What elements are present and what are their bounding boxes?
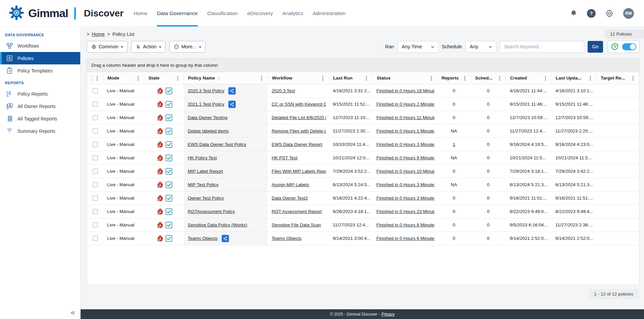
column-menu-icon[interactable]: ⋮	[363, 75, 370, 81]
column-header-mode[interactable]: Mode⋮	[103, 72, 144, 84]
row-checkbox[interactable]	[93, 222, 98, 227]
column-menu-icon[interactable]: ⋮	[428, 75, 434, 81]
policy-name-link[interactable]: EWS Data Owner Test Policy	[188, 142, 246, 147]
row-checkbox[interactable]	[93, 88, 98, 93]
status-link[interactable]: Finished in 0 Hours 19 Minutes	[376, 88, 434, 93]
sidebar-item-policy-reports[interactable]: Policy Reports	[0, 88, 80, 100]
column-header-policy-name[interactable]: Policy Name↑⋮	[184, 72, 268, 84]
workflow-link[interactable]: Files With MIP Labels Repo	[272, 169, 326, 174]
policy-name-link[interactable]: Owner Test Policy	[188, 196, 224, 201]
status-link[interactable]: Finished in 0 Hours 10 Minutes	[376, 169, 434, 174]
policy-name-link[interactable]: MIP Test Policy	[188, 182, 219, 187]
policy-name-link[interactable]: ROTAssessment Policy	[188, 209, 235, 214]
bell-icon[interactable]	[570, 9, 578, 17]
status-link[interactable]: Finished in 0 Hours 6 Minutes 3	[376, 236, 434, 241]
status-link[interactable]: Finished in 0 Hours 1 Minute 57	[376, 128, 434, 134]
row-checkbox[interactable]	[93, 169, 98, 174]
column-header-created[interactable]: Created⋮	[506, 72, 551, 84]
column-header-last-run[interactable]: Last Run⋮	[329, 72, 372, 84]
nav-item-analytics[interactable]: Analytics	[282, 0, 303, 26]
column-menu-icon[interactable]: ⋮	[259, 75, 265, 81]
sidebar-collapse-icon[interactable]: «	[71, 308, 75, 317]
row-checkbox[interactable]	[93, 182, 98, 187]
row-checkbox[interactable]	[93, 102, 98, 107]
column-menu-icon[interactable]: ⋮	[630, 75, 636, 81]
avatar[interactable]: RW	[623, 8, 634, 19]
status-link[interactable]: Finished in 0 Hours 9 Minutes 1	[376, 155, 434, 160]
status-link[interactable]: Finished in 0 Hours 3 Minutes 5	[376, 182, 434, 187]
status-link[interactable]: Finished in 0 Hours 23 Minutes	[376, 209, 434, 214]
status-link[interactable]: Finished in 0 Hours 2 Minutes 5	[376, 102, 434, 107]
toolbar-button-more[interactable]: More...▾	[169, 41, 205, 53]
workflow-link[interactable]: Data Owner Test2	[272, 196, 308, 201]
policy-name-link[interactable]: 2021.1 Test Policy	[188, 102, 224, 107]
row-checkbox[interactable]	[93, 128, 98, 134]
workflow-link[interactable]: EWS Data Owner Report	[272, 142, 322, 147]
column-header-status[interactable]: Status⋮	[372, 72, 437, 84]
policy-name-link[interactable]: Data Owner Testing	[188, 115, 227, 120]
nav-item-classification[interactable]: Classification	[207, 0, 238, 26]
column-menu-icon[interactable]: ⋮	[542, 75, 549, 81]
policy-name-link[interactable]: 2020.3 Test Policy	[188, 88, 224, 93]
sidebar-item-workflows[interactable]: Workflows	[0, 40, 80, 52]
workflow-link[interactable]: Assign MIP Labels	[272, 182, 309, 187]
column-header-sched[interactable]: Sched...⋮	[471, 72, 506, 84]
reports-value[interactable]: 1	[453, 142, 455, 147]
nav-item-administration[interactable]: Administration	[313, 0, 346, 26]
share-icon[interactable]	[228, 87, 236, 95]
workflow-link[interactable]: HK PST Test	[272, 155, 297, 160]
sidebar-item-all-tagged-reports[interactable]: All Tagged Reports	[0, 112, 80, 125]
gear-icon[interactable]	[605, 9, 614, 18]
row-checkbox[interactable]	[93, 142, 98, 147]
column-menu-icon[interactable]: ⋮	[94, 75, 100, 81]
help-icon[interactable]: ?	[587, 9, 596, 18]
nav-item-home[interactable]: Home	[134, 0, 147, 26]
select-all-checkbox[interactable]	[91, 75, 94, 81]
column-menu-icon[interactable]: ⋮	[462, 75, 468, 81]
workflow-link[interactable]: ROT Assessment Report	[272, 209, 322, 214]
go-button[interactable]: Go	[588, 41, 603, 53]
search-input[interactable]	[500, 41, 584, 53]
workflow-link[interactable]: Sensitive File Data Scan	[272, 222, 321, 227]
privacy-link[interactable]: Privacy	[381, 312, 395, 317]
row-checkbox[interactable]	[93, 236, 98, 241]
group-by-bar[interactable]: Drag a column header and drop it here to…	[87, 59, 639, 72]
schedule-select[interactable]: Any	[465, 41, 496, 53]
sidebar-item-policies[interactable]: Policies	[0, 52, 80, 64]
row-checkbox[interactable]	[93, 196, 98, 201]
policy-name-link[interactable]: Sensitive Data Policy (Works)	[188, 222, 247, 227]
column-menu-icon[interactable]: ⋮	[175, 75, 181, 81]
row-checkbox[interactable]	[93, 209, 98, 214]
nav-item-data-governance[interactable]: Data Governance	[157, 0, 198, 26]
workflow-link[interactable]: 2020.3 Test	[272, 88, 295, 93]
policy-name-link[interactable]: Delete labeled items	[188, 128, 229, 134]
toolbar-button-action[interactable]: Action▾	[131, 41, 166, 53]
share-icon[interactable]	[222, 235, 229, 242]
sidebar-item-summary-reports[interactable]: Summary Reports	[0, 125, 80, 137]
workflow-link[interactable]: Teams Objects	[272, 236, 302, 241]
refresh-history-icon[interactable]	[611, 43, 619, 51]
status-link[interactable]: Finished in 0 Hours 11 Minutes	[376, 115, 434, 120]
ran-select[interactable]: Any Time	[398, 41, 439, 53]
column-header-target-re[interactable]: Target Re...⋮	[596, 72, 639, 84]
workflow-link[interactable]: Detailed File List 8/6/2020 I	[272, 115, 326, 120]
policy-name-link[interactable]: HK Policy Test	[188, 155, 217, 160]
column-menu-icon[interactable]: ⋮	[135, 75, 141, 81]
status-link[interactable]: Finished in 0 Hours 3 Minutes 2	[376, 196, 434, 201]
column-header-workflow[interactable]: Workflow⋮	[268, 72, 329, 84]
column-menu-icon[interactable]: ⋮	[497, 75, 503, 81]
toolbar-button-common[interactable]: Common▾	[87, 41, 128, 53]
policy-name-link[interactable]: Teams Objects	[188, 236, 218, 241]
status-link[interactable]: Finished in 0 Hours 3 Minutes 3	[376, 142, 434, 147]
workflow-link[interactable]: CC or SSN with Keyword Co	[272, 102, 326, 107]
sidebar-item-policy-templates[interactable]: Policy Templates	[0, 64, 80, 77]
nav-item-ediscovery[interactable]: eDiscovery	[247, 0, 273, 26]
column-menu-icon[interactable]: ⋮	[320, 75, 326, 81]
column-menu-icon[interactable]: ⋮	[587, 75, 594, 81]
auto-refresh-toggle[interactable]	[622, 43, 636, 50]
share-icon[interactable]	[228, 101, 236, 108]
column-header-last-upda[interactable]: Last Upda...⋮	[551, 72, 596, 84]
status-link[interactable]: Finished in 0 Hours 8 Minutes 1	[376, 222, 434, 227]
column-header-state[interactable]: State⋮	[144, 72, 184, 84]
breadcrumb-home-link[interactable]: Home	[92, 32, 105, 37]
